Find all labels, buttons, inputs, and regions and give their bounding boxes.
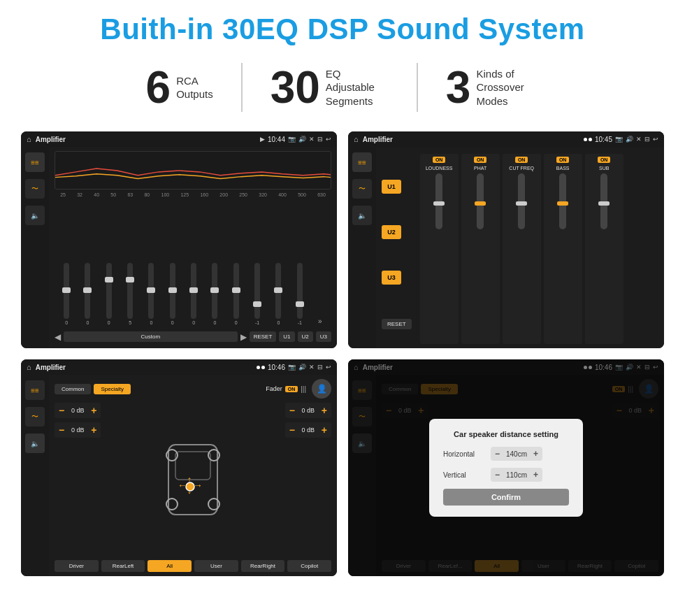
vol-minus-fr[interactable]: − <box>289 405 295 416</box>
amp-reset-btn[interactable]: RESET <box>382 319 412 329</box>
side-panel-3: ≡≡ 〜 🔈 <box>21 375 49 576</box>
horizontal-value: 140cm <box>503 450 531 458</box>
screen-fader: ⌂ Amplifier 10:46 📷 🔊 ✕ ⊟ ↩ ≡≡ 〜 🔈 <box>21 359 337 576</box>
horizontal-control: − 140cm + <box>491 447 542 461</box>
app-name-2: Amplifier <box>363 136 579 143</box>
time-3: 10:46 <box>268 364 285 371</box>
driver-btn[interactable]: Driver <box>55 560 99 572</box>
tab-common-3[interactable]: Common <box>55 384 91 394</box>
eq-prev-btn[interactable]: ◀ <box>55 332 61 342</box>
eq-u1-btn[interactable]: U1 <box>279 331 294 342</box>
horizontal-plus[interactable]: + <box>533 449 538 459</box>
status-bar-1: ⌂ Amplifier ▶ 10:44 📷 🔊 ✕ ⊟ ↩ <box>21 131 337 147</box>
stat-number-3: 3 <box>446 65 471 110</box>
stat-label-crossover: Kinds ofCrossover Modes <box>476 67 539 108</box>
vol-plus-rr[interactable]: + <box>322 424 327 436</box>
stat-crossover: 3 Kinds ofCrossover Modes <box>418 65 568 110</box>
eq-sliders: 0 0 0 5 0 0 0 0 0 -1 0 -1 » <box>55 201 331 325</box>
loudness-channel: ON LOUDNESS <box>420 154 459 344</box>
dialog-vertical-row: Vertical − 110cm + <box>443 468 569 482</box>
back-icon-1[interactable]: ↩ <box>326 136 331 143</box>
home-icon-1[interactable]: ⌂ <box>27 135 31 143</box>
vertical-value: 110cm <box>503 471 531 479</box>
eq-preset-custom[interactable]: Custom <box>64 331 238 342</box>
vol-val-fl: 0 dB <box>67 407 88 414</box>
vertical-plus[interactable]: + <box>533 470 538 480</box>
close-icon-2: ✕ <box>636 136 642 143</box>
screenshots-grid: ⌂ Amplifier ▶ 10:44 📷 🔊 ✕ ⊟ ↩ ≡≡ 〜 🔈 <box>21 131 664 576</box>
vol-minus-rr[interactable]: − <box>289 424 295 436</box>
copilot-btn[interactable]: Copilot <box>287 560 331 572</box>
volume-icon-2: 🔊 <box>626 136 633 143</box>
u2-btn[interactable]: U2 <box>382 225 401 239</box>
window-icon-3: ⊟ <box>317 364 323 371</box>
vol-row-rl: − 0 dB + <box>55 422 101 438</box>
svg-rect-1 <box>175 452 210 480</box>
wave-icon-btn-2[interactable]: 〜 <box>352 179 372 199</box>
user-btn[interactable]: User <box>194 560 238 572</box>
stat-number-6: 6 <box>146 65 171 110</box>
bottom-btns-3: Driver RearLeft All User RearRight Copil… <box>55 560 331 572</box>
rearleft-btn[interactable]: RearLeft <box>101 560 145 572</box>
speaker-icon-btn-3[interactable]: 🔈 <box>25 434 45 453</box>
user-avatar-btn[interactable]: 👤 <box>312 379 331 399</box>
screen-eq: ⌂ Amplifier ▶ 10:44 📷 🔊 ✕ ⊟ ↩ ≡≡ 〜 🔈 <box>21 131 337 348</box>
eq-u3-btn[interactable]: U3 <box>316 331 331 342</box>
vol-minus-fl[interactable]: − <box>59 405 64 416</box>
vol-plus-fr[interactable]: + <box>322 405 327 416</box>
vol-row-rr: − 0 dB + <box>285 422 331 438</box>
back-icon-3[interactable]: ↩ <box>326 364 331 371</box>
horizontal-minus[interactable]: − <box>495 449 500 459</box>
u1-btn[interactable]: U1 <box>382 180 401 194</box>
tab-specialty-3[interactable]: Specialty <box>94 384 130 394</box>
window-icon-2: ⊟ <box>644 136 650 143</box>
back-icon-2[interactable]: ↩ <box>653 136 658 143</box>
eq-icon-btn-3[interactable]: ≡≡ <box>25 380 45 400</box>
status-indicators-2: 10:45 📷 🔊 ✕ ⊟ ↩ <box>584 136 658 143</box>
vol-plus-fl[interactable]: + <box>91 405 96 416</box>
stats-row: 6 RCAOutputs 30 EQ AdjustableSegments 3 … <box>21 63 664 112</box>
camera-icon-3: 📷 <box>288 364 296 371</box>
time-1: 10:44 <box>268 136 285 143</box>
fader-on-badge: ON <box>285 386 298 392</box>
stat-rca: 6 RCAOutputs <box>118 65 241 110</box>
dialog-box: Car speaker distance setting Horizontal … <box>429 419 583 517</box>
speaker-icon-btn-2[interactable]: 🔈 <box>352 206 372 225</box>
stat-label-rca: RCAOutputs <box>176 74 213 101</box>
wave-icon-btn-3[interactable]: 〜 <box>25 407 45 427</box>
screen-amplifier: ⌂ Amplifier 10:45 📷 🔊 ✕ ⊟ ↩ ≡≡ 〜 🔈 <box>348 131 664 348</box>
eq-icon-btn[interactable]: ≡≡ <box>25 152 45 172</box>
home-icon-3[interactable]: ⌂ <box>27 363 31 371</box>
wave-icon-btn[interactable]: 〜 <box>25 179 45 199</box>
u3-btn[interactable]: U3 <box>382 271 401 285</box>
volume-icon-3: 🔊 <box>298 364 306 371</box>
eq-freq-labels: 2532405063 80100125160200 25032040050063… <box>55 192 331 197</box>
vertical-minus[interactable]: − <box>495 470 500 480</box>
screen-dialog: ⌂ Amplifier 10:46 📷 🔊 ✕ ⊟ ↩ ≡≡ 〜 🔈 <box>348 359 664 576</box>
home-icon-2[interactable]: ⌂ <box>354 135 359 143</box>
main-title: Buith-in 30EQ DSP Sound System <box>21 13 664 46</box>
vertical-label: Vertical <box>443 471 485 479</box>
rearright-btn[interactable]: RearRight <box>241 560 285 572</box>
camera-icon-1: 📷 <box>288 136 296 143</box>
volume-icon-1: 🔊 <box>298 136 306 143</box>
eq-next-btn[interactable]: ▶ <box>240 332 247 342</box>
stat-label-eq: EQ AdjustableSegments <box>326 67 389 108</box>
speaker-icon-btn[interactable]: 🔈 <box>25 206 45 225</box>
play-icon-1: ▶ <box>260 136 265 143</box>
eq-bottom-bar: ◀ Custom ▶ RESET U1 U2 U3 <box>55 329 331 344</box>
eq-icon-btn-2[interactable]: ≡≡ <box>352 152 372 172</box>
sub-channel: ON SUB <box>585 154 623 344</box>
dialog-horizontal-row: Horizontal − 140cm + <box>443 447 569 461</box>
vol-row-fl: − 0 dB + <box>55 403 101 418</box>
stat-number-30: 30 <box>271 65 320 110</box>
eq-reset-btn[interactable]: RESET <box>250 331 277 342</box>
all-btn[interactable]: All <box>147 560 192 572</box>
vol-plus-rl[interactable]: + <box>91 424 96 436</box>
eq-u2-btn[interactable]: U2 <box>298 331 313 342</box>
confirm-button[interactable]: Confirm <box>443 489 569 506</box>
bass-channel: ON BASS <box>544 154 582 344</box>
vol-minus-rl[interactable]: − <box>59 424 64 436</box>
eq-graph <box>55 151 331 189</box>
phat-channel: ON PHAT <box>461 154 500 344</box>
